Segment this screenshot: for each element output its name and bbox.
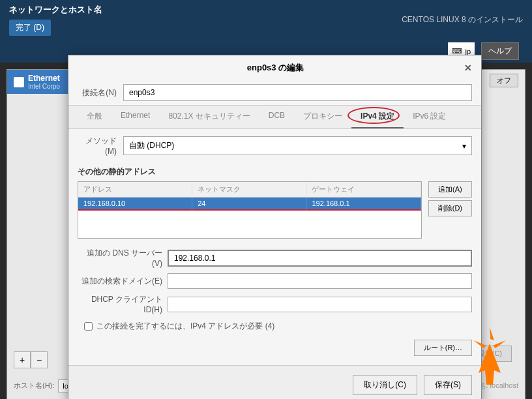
chevron-down-icon: ▾ <box>462 141 466 151</box>
dns-input[interactable] <box>168 250 472 267</box>
th-gateway: ゲートウェイ <box>306 182 421 197</box>
td-netmask: 24 <box>192 198 306 211</box>
tab-ethernet[interactable]: Ethernet <box>111 106 159 128</box>
network-icon <box>14 77 24 87</box>
tabs: 全般 Ethernet 802.1X セキュリティー DCB プロキシー IPv… <box>68 105 481 129</box>
tab-ipv4[interactable]: IPv4 設定 <box>351 106 404 128</box>
method-select[interactable]: 自動 (DHCP) ▾ <box>123 136 472 155</box>
require-ipv4-checkbox[interactable] <box>84 322 93 331</box>
tab-proxy[interactable]: プロキシー <box>294 106 351 128</box>
require-ipv4-label: この接続を完了するには、IPv4 アドレスが必要 (4) <box>96 321 274 332</box>
top-header: ネットワークとホスト名 完了 (D) CENTOS LINUX 8 のインストー… <box>0 0 532 40</box>
remove-device-button[interactable]: − <box>31 351 48 368</box>
td-address: 192.168.0.10 <box>78 198 192 211</box>
add-device-button[interactable]: + <box>14 351 31 368</box>
th-netmask: ネットマスク <box>192 182 306 197</box>
dhcp-client-input[interactable] <box>168 297 472 312</box>
page-title: ネットワークとホスト名 <box>9 4 102 16</box>
search-domain-input[interactable] <box>168 273 472 289</box>
save-button[interactable]: 保存(S) <box>424 375 472 395</box>
search-domain-label: 追加の検索ドメイン(E) <box>78 276 162 287</box>
cancel-button[interactable]: 取り消し(C) <box>353 375 417 395</box>
dns-label: 追加の DNS サーバー(V) <box>78 248 162 268</box>
connection-name-input[interactable] <box>123 84 472 101</box>
hostname-label: ホスト名(H): <box>14 381 54 391</box>
tab-dcb[interactable]: DCB <box>259 106 294 128</box>
tab-general[interactable]: 全般 <box>78 106 111 128</box>
install-title: CENTOS LINUX 8 のインストール <box>402 14 523 25</box>
table-row[interactable]: 192.168.0.10 24 192.168.0.1 <box>78 198 421 211</box>
add-address-button[interactable]: 追加(A) <box>428 181 472 198</box>
dialog-title: enp0s3 の編集 <box>247 62 304 74</box>
address-table: アドレス ネットマスク ゲートウェイ 192.168.0.10 24 192.1… <box>78 181 422 239</box>
dhcp-client-label: DHCP クライアント ID(H) <box>78 294 162 314</box>
edit-connection-dialog: enp0s3 の編集 ✕ 接続名(N) 全般 Ethernet 802.1X セ… <box>68 55 482 399</box>
tab-ipv6[interactable]: IPv6 設定 <box>404 106 455 128</box>
device-sub: Intel Corpo <box>28 83 60 90</box>
route-button[interactable]: ルート(R)… <box>414 340 472 356</box>
tab-security[interactable]: 802.1X セキュリティー <box>159 106 259 128</box>
device-name: Ethernet <box>28 74 60 83</box>
method-label: メソッド(M) <box>78 136 117 156</box>
off-toggle[interactable]: オフ <box>490 74 518 87</box>
connection-name-label: 接続名(N) <box>78 87 117 98</box>
td-gateway: 192.168.0.1 <box>306 198 421 211</box>
th-address: アドレス <box>78 182 192 197</box>
delete-address-button[interactable]: 削除(D) <box>428 200 472 216</box>
close-icon[interactable]: ✕ <box>464 63 472 73</box>
static-addr-title: その他の静的アドレス <box>68 162 481 181</box>
help-button[interactable]: ヘルプ <box>481 42 519 60</box>
done-button[interactable]: 完了 (D) <box>9 20 51 36</box>
